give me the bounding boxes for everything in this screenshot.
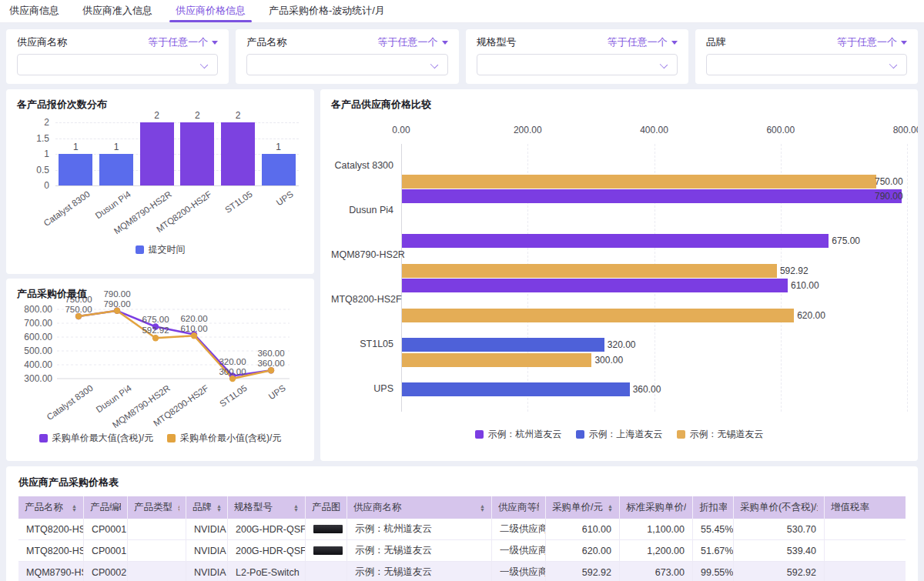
- column-header-label: 采购单价/元: [552, 501, 603, 514]
- column-header-label: 产品名称: [25, 501, 63, 514]
- quote-count-chart-card: 各产品报价次数分布 00.511.521Catalyst 83001Dusun …: [6, 89, 314, 274]
- table-cell: [128, 540, 186, 562]
- category-label: MTQ8200-HS2F: [331, 294, 393, 305]
- table-cell: L2-PoE-Switch: [228, 562, 306, 581]
- bar: [262, 154, 296, 185]
- table-cell: 200G-HDR-QSFP56: [228, 519, 306, 540]
- column-header[interactable]: 产品图片: [306, 496, 347, 519]
- bar-value-label: 750.00: [875, 175, 903, 189]
- tab-1[interactable]: 供应商信息: [9, 0, 59, 22]
- table-cell: MQM8790-HS2R: [18, 562, 84, 581]
- filter-select[interactable]: [477, 54, 678, 75]
- supplier-compare-legend: 示例：杭州道友云示例：上海道友云示例：无锡道友云: [331, 428, 907, 441]
- table-cell: 51.67%: [693, 540, 734, 562]
- chevron-down-icon: [660, 61, 668, 68]
- tab-4[interactable]: 产品采购价格-波动统计/月: [269, 0, 385, 22]
- data-point: [191, 332, 197, 339]
- price-extremes-chart: 800.00700.00600.00500.00400.00300.00750.…: [17, 279, 303, 461]
- price-extremes-legend-item[interactable]: 采购单价最小值(含税)/元: [167, 432, 281, 445]
- legend-swatch-icon: [475, 430, 484, 439]
- bar: [402, 382, 630, 396]
- tab-2[interactable]: 供应商准入信息: [82, 0, 152, 22]
- point-value-label: 320.00: [219, 357, 246, 366]
- column-header[interactable]: 产品编码▲: [84, 496, 128, 519]
- product-image: [313, 546, 343, 555]
- column-header[interactable]: 增值税率▲▼: [825, 496, 906, 519]
- column-header[interactable]: 折扣率▲▼: [693, 496, 734, 519]
- column-header[interactable]: 供应商名称▲▼: [347, 496, 492, 519]
- sort-icon[interactable]: ▲▼: [480, 504, 485, 512]
- sort-icon[interactable]: ▲▼: [177, 504, 179, 512]
- gridline: [907, 144, 908, 412]
- bar-value-label: 2: [140, 110, 174, 121]
- column-header[interactable]: 规格型号▲▼: [228, 496, 306, 519]
- table-cell: [825, 562, 906, 581]
- filter-select[interactable]: [246, 54, 447, 75]
- supplier-compare-chart: 0.00200.00400.00600.00800.00Catalyst 830…: [331, 89, 907, 461]
- filter-operator[interactable]: 等于任意一个: [837, 35, 907, 49]
- filter-operator[interactable]: 等于任意一个: [378, 35, 448, 49]
- point-value-label: 790.00: [103, 299, 130, 309]
- y-axis-label: 300.00: [24, 373, 52, 384]
- column-header-inner: 产品类型▲▼: [134, 501, 179, 514]
- supplier-compare-legend-label: 示例：无锡道友云: [690, 428, 764, 441]
- price-extremes-legend-item[interactable]: 采购单价最大值(含税)/元: [39, 432, 153, 445]
- table-cell: 示例：杭州道友云: [347, 519, 492, 540]
- point-value-label: 675.00: [142, 315, 169, 324]
- point-value-label: 790.00: [103, 289, 130, 299]
- supplier-compare-legend-item[interactable]: 示例：无锡道友云: [677, 428, 764, 441]
- filter-select[interactable]: [706, 54, 907, 75]
- quote-count-legend-item[interactable]: 提交时间: [136, 243, 186, 256]
- supplier-compare-legend-item[interactable]: 示例：上海道友云: [576, 428, 663, 441]
- filter-row: 供应商名称等于任意一个产品名称等于任意一个规格型号等于任意一个品牌等于任意一个: [6, 29, 918, 84]
- y-axis-label: 400.00: [24, 359, 52, 370]
- price-extremes-chart-title: 产品采购价最值: [17, 287, 87, 301]
- sort-icon[interactable]: ▲▼: [608, 504, 613, 512]
- table-row[interactable]: MTQ8200-HS2FCP0001NVIDIA200G-HDR-QSFP56示…: [18, 519, 906, 540]
- table-cell: [306, 562, 347, 581]
- bar: [402, 338, 604, 352]
- x-axis-label: 200.00: [504, 125, 551, 135]
- table-cell: 592.92: [734, 562, 825, 581]
- column-header[interactable]: 采购单价/元▲▼: [546, 496, 620, 519]
- column-header[interactable]: 采购单价(不含税)/元▲▼: [734, 496, 825, 519]
- column-header[interactable]: 产品类型▲▼: [128, 496, 186, 519]
- bar: [402, 234, 829, 248]
- y-axis-label: 1.5: [17, 133, 49, 144]
- table-cell: MTQ8200-HS2F: [18, 540, 84, 562]
- table-row[interactable]: MQM8790-HS2RCP0002NVIDIAL2-PoE-Switch示例：…: [18, 562, 906, 581]
- table-cell: [306, 519, 347, 540]
- caret-down-icon: [442, 41, 448, 45]
- sort-icon[interactable]: ▲▼: [293, 504, 299, 512]
- price-table-card: 供应商产品采购价格表 产品名称▲▼产品编码▲产品类型▲▼品牌▲▼规格型号▲▼产品…: [6, 466, 918, 581]
- column-header-label: 规格型号: [234, 501, 273, 514]
- gridline: [55, 185, 299, 186]
- point-value-label: 620.00: [180, 314, 207, 323]
- table-cell: CP0001: [84, 540, 128, 562]
- table-cell: 一级供应商: [492, 540, 546, 562]
- supplier-compare-legend-item[interactable]: 示例：杭州道友云: [475, 428, 562, 441]
- column-header-inner: 品牌▲▼: [192, 501, 221, 514]
- table-header-row: 产品名称▲▼产品编码▲产品类型▲▼品牌▲▼规格型号▲▼产品图片供应商名称▲▼供应…: [18, 496, 906, 519]
- data-point: [114, 308, 120, 314]
- filter-operator[interactable]: 等于任意一个: [608, 35, 678, 49]
- sort-icon[interactable]: ▲▼: [216, 504, 221, 512]
- table-cell: NVIDIA: [186, 519, 228, 540]
- supplier-compare-chart-title: 各产品供应商价格比较: [331, 98, 431, 112]
- sort-icon[interactable]: ▲▼: [72, 504, 77, 512]
- filter-card-1: 供应商名称等于任意一个: [6, 29, 229, 84]
- filter-select[interactable]: [17, 54, 218, 75]
- table-cell: 539.40: [734, 540, 825, 562]
- column-header-label: 产品图片: [312, 501, 340, 514]
- column-header[interactable]: 供应商等级▲▼: [492, 496, 546, 519]
- column-header-label: 标准采购单价/元: [626, 501, 686, 514]
- column-header[interactable]: 产品名称▲▼: [18, 496, 84, 519]
- filter-operator[interactable]: 等于任意一个: [148, 35, 218, 49]
- column-header[interactable]: 品牌▲▼: [186, 496, 228, 519]
- table-row[interactable]: MTQ8200-HS2FCP0001NVIDIA200G-HDR-QSFP56示…: [18, 540, 906, 562]
- column-header-inner: 增值税率▲▼: [831, 501, 906, 514]
- data-point: [229, 376, 236, 382]
- table-cell: 610.00: [546, 519, 620, 540]
- column-header[interactable]: 标准采购单价/元▲▼: [620, 496, 693, 519]
- tab-3[interactable]: 供应商价格信息: [176, 0, 246, 22]
